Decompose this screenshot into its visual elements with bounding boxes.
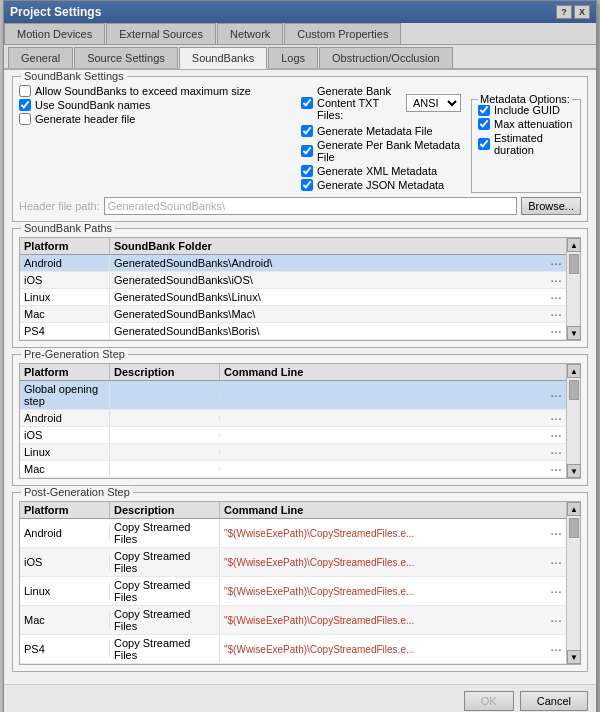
col-platform-header: Platform [20, 502, 110, 518]
tab-general[interactable]: General [8, 47, 73, 68]
ok-button[interactable]: OK [464, 691, 514, 711]
row-menu-button[interactable]: ··· [546, 554, 566, 570]
row-menu-button[interactable]: ··· [546, 410, 566, 426]
scroll-down-button[interactable]: ▼ [567, 464, 581, 478]
table-row[interactable]: iOS ··· [20, 427, 566, 444]
allow-exceed-label[interactable]: Allow SoundBanks to exceed maximum size [19, 85, 251, 97]
row-menu-button[interactable]: ··· [546, 387, 566, 403]
help-button[interactable]: ? [556, 5, 572, 19]
table-row[interactable]: Mac GeneratedSoundBanks\Mac\ ··· [20, 306, 566, 323]
cell-platform: iOS [20, 272, 110, 288]
cell-cmd [220, 467, 546, 471]
include-guid-checkbox[interactable] [478, 104, 490, 116]
post-gen-content: Platform Description Command Line Androi… [19, 501, 581, 665]
tab-source-settings[interactable]: Source Settings [74, 47, 178, 68]
generate-metadata-checkbox[interactable] [301, 125, 313, 137]
include-guid-label[interactable]: Include GUID [478, 104, 560, 116]
row-menu-button[interactable]: ··· [546, 427, 566, 443]
table-row[interactable]: Linux GeneratedSoundBanks\Linux\ ··· [20, 289, 566, 306]
scroll-up-button[interactable]: ▲ [567, 502, 581, 516]
browse-button[interactable]: Browse... [521, 197, 581, 215]
cell-folder: GeneratedSoundBanks\Boris\ [110, 323, 546, 339]
tab-motion-devices[interactable]: Motion Devices [4, 23, 105, 44]
scroll-thumb[interactable] [569, 254, 579, 274]
scroll-thumb[interactable] [569, 518, 579, 538]
cell-desc: Copy Streamed Files [110, 635, 220, 663]
estimated-duration-checkbox[interactable] [478, 138, 490, 150]
cell-desc [110, 416, 220, 420]
scroll-track [567, 252, 580, 326]
cancel-button[interactable]: Cancel [520, 691, 588, 711]
title-bar-buttons: ? X [556, 5, 590, 19]
generate-bank-txt-checkbox[interactable] [301, 97, 313, 109]
row-menu-button[interactable]: ··· [546, 306, 566, 322]
generate-header-checkbox[interactable] [19, 113, 31, 125]
generate-bank-txt-label[interactable]: Generate Bank Content TXT Files: [301, 85, 402, 121]
generate-per-bank-label[interactable]: Generate Per Bank Metadata File [301, 139, 461, 163]
table-row[interactable]: PS4 Copy Streamed Files "$(WwiseExePath)… [20, 635, 566, 664]
soundbank-settings-content: Allow SoundBanks to exceed maximum size … [19, 85, 581, 215]
scroll-up-button[interactable]: ▲ [567, 364, 581, 378]
estimated-duration-label[interactable]: Estimated duration [478, 132, 574, 156]
allow-exceed-checkbox[interactable] [19, 85, 31, 97]
table-row[interactable]: Global opening step ··· [20, 381, 566, 410]
scroll-down-button[interactable]: ▼ [567, 650, 581, 664]
generate-xml-checkbox[interactable] [301, 165, 313, 177]
table-row[interactable]: Mac ··· [20, 461, 566, 478]
generate-per-bank-checkbox[interactable] [301, 145, 313, 157]
cell-cmd: "$(WwiseExePath)\CopyStreamedFiles.e... [220, 584, 546, 599]
use-names-checkbox[interactable] [19, 99, 31, 111]
cell-platform: Android [20, 410, 110, 426]
cell-platform: Linux [20, 444, 110, 460]
row-menu-button[interactable]: ··· [546, 641, 566, 657]
table-row[interactable]: Linux Copy Streamed Files "$(WwiseExePat… [20, 577, 566, 606]
row-menu-button[interactable]: ··· [546, 525, 566, 541]
header-file-path-input[interactable] [104, 197, 517, 215]
soundbank-paths-table-inner: Platform SoundBank Folder Android Genera… [20, 238, 566, 340]
scroll-track [567, 378, 580, 464]
txt-format-select[interactable]: ANSI UTF-8 UTF-16 [406, 94, 461, 112]
row-menu-button[interactable]: ··· [546, 289, 566, 305]
table-row[interactable]: Android ··· [20, 410, 566, 427]
use-names-label[interactable]: Use SoundBank names [19, 99, 151, 111]
tab-logs[interactable]: Logs [268, 47, 318, 68]
scroll-down-button[interactable]: ▼ [567, 326, 581, 340]
max-attenuation-label[interactable]: Max attenuation [478, 118, 572, 130]
cell-platform: Mac [20, 612, 110, 628]
row-menu-button[interactable]: ··· [546, 612, 566, 628]
table-row[interactable]: PS4 GeneratedSoundBanks\Boris\ ··· [20, 323, 566, 340]
table-row[interactable]: iOS GeneratedSoundBanks\iOS\ ··· [20, 272, 566, 289]
tab-custom-properties[interactable]: Custom Properties [284, 23, 401, 44]
post-gen-table-inner: Platform Description Command Line Androi… [20, 502, 566, 664]
table-row[interactable]: Mac Copy Streamed Files "$(WwiseExePath)… [20, 606, 566, 635]
row-menu-button[interactable]: ··· [546, 323, 566, 339]
cell-folder: GeneratedSoundBanks\Mac\ [110, 306, 546, 322]
row-menu-button[interactable]: ··· [546, 461, 566, 477]
post-gen-group: Post-Generation Step Platform Descriptio… [12, 492, 588, 672]
tab-external-sources[interactable]: External Sources [106, 23, 216, 44]
scroll-up-button[interactable]: ▲ [567, 238, 581, 252]
row-menu-button[interactable]: ··· [546, 255, 566, 271]
tab-obstruction[interactable]: Obstruction/Occlusion [319, 47, 453, 68]
row-menu-button[interactable]: ··· [546, 583, 566, 599]
table-row[interactable]: Linux ··· [20, 444, 566, 461]
tab-network[interactable]: Network [217, 23, 283, 44]
pre-gen-header: Platform Description Command Line [20, 364, 566, 381]
table-row[interactable]: iOS Copy Streamed Files "$(WwiseExePath)… [20, 548, 566, 577]
tab-soundbanks[interactable]: SoundBanks [179, 47, 267, 69]
row-menu-button[interactable]: ··· [546, 272, 566, 288]
generate-header-label[interactable]: Generate header file [19, 113, 135, 125]
col-desc-header: Description [110, 364, 220, 380]
table-row[interactable]: Android Copy Streamed Files "$(WwiseExeP… [20, 519, 566, 548]
cell-cmd: "$(WwiseExePath)\CopyStreamedFiles.e... [220, 613, 546, 628]
close-button[interactable]: X [574, 5, 590, 19]
row-menu-button[interactable]: ··· [546, 444, 566, 460]
generate-json-checkbox[interactable] [301, 179, 313, 191]
generate-json-label[interactable]: Generate JSON Metadata [301, 179, 444, 191]
max-attenuation-checkbox[interactable] [478, 118, 490, 130]
scroll-thumb[interactable] [569, 380, 579, 400]
cell-cmd: "$(WwiseExePath)\CopyStreamedFiles.e... [220, 555, 546, 570]
generate-metadata-label[interactable]: Generate Metadata File [301, 125, 433, 137]
generate-xml-label[interactable]: Generate XML Metadata [301, 165, 437, 177]
table-row[interactable]: Android GeneratedSoundBanks\Android\ ··· [20, 255, 566, 272]
